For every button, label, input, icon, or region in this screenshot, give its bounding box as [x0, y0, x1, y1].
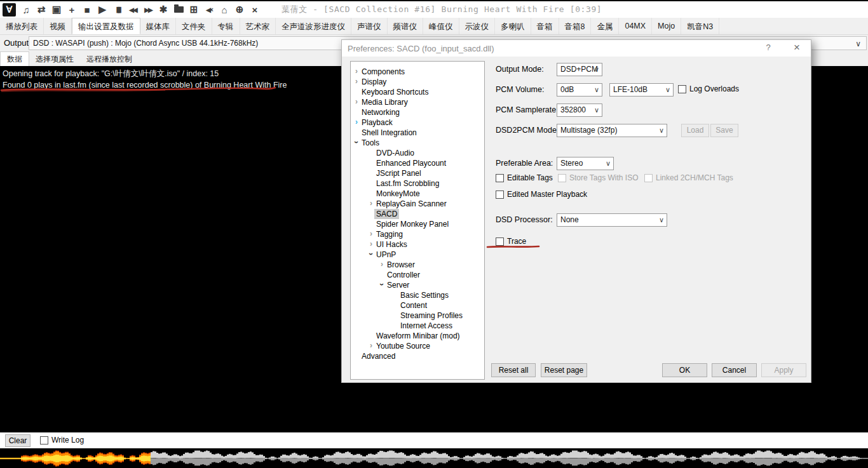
main-tab-19[interactable]: 凯音N3 [681, 18, 719, 34]
tree-item-display[interactable]: ›Display [351, 77, 484, 87]
reset-all-button[interactable]: Reset all [491, 363, 536, 377]
tree-item-youtube-source[interactable]: ›Youtube Source [351, 341, 484, 351]
tree-item-components[interactable]: ›Components [351, 67, 484, 77]
expand-arrow-icon[interactable]: › [368, 239, 374, 249]
console-tab-2[interactable]: 选择项属性 [29, 51, 80, 66]
tree-item-advanced[interactable]: Advanced [351, 351, 484, 361]
main-tab-12[interactable]: 示波仪 [459, 18, 496, 34]
main-tab-15[interactable]: 音箱8 [559, 18, 592, 34]
close-x-icon[interactable]: × [247, 3, 262, 17]
home-icon[interactable]: ⌂ [217, 3, 232, 17]
shuffle-icon[interactable]: ⇄ [34, 3, 49, 17]
checkbox-box[interactable] [496, 191, 504, 199]
checkbox-box[interactable] [40, 436, 48, 445]
tree-item-tools[interactable]: ›Tools [351, 138, 484, 148]
dialog-titlebar[interactable]: Preferences: SACD (foo_input_sacd.dll) ?… [342, 40, 811, 57]
tree-item-browser[interactable]: ›Browser [351, 260, 484, 270]
collapse-arrow-icon[interactable]: › [366, 251, 376, 257]
expand-arrow-icon[interactable]: › [379, 259, 385, 269]
main-tab-5[interactable]: 文件夹 [176, 18, 212, 34]
main-tab-4[interactable]: 媒体库 [140, 18, 177, 34]
log-overloads-checkbox[interactable]: Log Overloads [678, 84, 739, 93]
tree-item-upnp[interactable]: ›UPnP [351, 250, 484, 260]
tree-item-streaming-profiles[interactable]: Streaming Profiles [351, 311, 484, 321]
rewind-icon[interactable]: ◀◀ [125, 3, 140, 17]
reset-page-button[interactable]: Reset page [541, 363, 587, 377]
main-tab-7[interactable]: 艺术家 [240, 18, 276, 34]
checkbox-box[interactable] [496, 237, 504, 246]
main-tab-13[interactable]: 多喇叭 [495, 18, 531, 34]
cancel-button[interactable]: Cancel [712, 363, 757, 377]
main-tab-14[interactable]: 音箱 [531, 18, 559, 34]
tree-item-last-fm-scrobbling[interactable]: Last.fm Scrobbling [351, 178, 484, 189]
expand-arrow-icon[interactable]: › [353, 97, 360, 107]
expand-arrow-icon[interactable]: › [368, 340, 374, 351]
collapse-arrow-icon[interactable]: › [351, 139, 362, 145]
expand-arrow-icon[interactable]: › [368, 198, 374, 208]
pcm-volume-select[interactable]: 0dB∨ [557, 83, 602, 97]
tree-item-sacd[interactable]: SACD [351, 209, 484, 219]
main-tab-11[interactable]: 峰值仪 [423, 18, 459, 34]
checkbox-box[interactable] [678, 85, 686, 93]
tree-item-enhanced-playcount[interactable]: Enhanced Playcount [351, 158, 484, 168]
tree-item-spider-monkey-panel[interactable]: Spider Monkey Panel [351, 219, 484, 229]
collapse-arrow-icon[interactable]: › [377, 281, 387, 288]
preferable-area-select[interactable]: Stereo∨ [557, 157, 614, 170]
tree-item-content[interactable]: Content [351, 300, 484, 311]
tree-item-keyboard-shortcuts[interactable]: Keyboard Shortcuts [351, 87, 484, 97]
tree-item-ui-hacks[interactable]: ›UI Hacks [351, 239, 484, 250]
mute-speaker-icon[interactable]: ◀× [201, 3, 217, 17]
checkbox-box[interactable] [496, 174, 504, 182]
play-icon[interactable]: ▶ [95, 3, 110, 17]
save-disk-icon[interactable]: ▣ [49, 3, 64, 17]
fast-forward-icon[interactable]: ▶▶ [140, 3, 156, 17]
tree-item-media-library[interactable]: ›Media Library [351, 97, 484, 107]
edited-master-playback-checkbox[interactable]: Edited Master Playback [496, 190, 587, 199]
main-tab-1[interactable]: 播放列表 [0, 18, 44, 34]
console-tab-3[interactable]: 远程播放控制 [80, 51, 139, 66]
tree-item-basic-settings[interactable]: Basic Settings [351, 290, 484, 300]
console-tab-1[interactable]: 数据 [0, 51, 29, 66]
tree-item-jscript-panel[interactable]: JScript Panel [351, 168, 484, 178]
write-log-checkbox[interactable]: Write Log [40, 436, 84, 445]
clear-button[interactable]: Clear [5, 434, 31, 447]
output-mode-select[interactable]: DSD+PCM∨ [557, 63, 602, 76]
expand-arrow-icon[interactable]: › [353, 76, 360, 86]
tree-item-server[interactable]: ›Server [351, 280, 484, 290]
expand-arrow-icon[interactable]: › [368, 229, 374, 239]
globe-icon[interactable]: ⊕ [232, 3, 247, 17]
tree-item-tagging[interactable]: ›Tagging [351, 229, 484, 239]
tree-item-networking[interactable]: Networking [351, 107, 484, 117]
main-tab-6[interactable]: 专辑 [212, 18, 240, 34]
dsd-processor-select[interactable]: None∨ [557, 213, 667, 227]
add-icon[interactable]: + [64, 3, 79, 17]
waveform-seekbar[interactable] [0, 448, 868, 468]
tree-item-waveform-minibar-mod[interactable]: Waveform Minibar (mod) [351, 331, 484, 341]
tree-item-controller[interactable]: Controller [351, 270, 484, 280]
tree-item-internet-access[interactable]: Internet Access [351, 321, 484, 331]
expand-arrow-icon[interactable]: › [353, 66, 360, 76]
main-tab-10[interactable]: 频谱仪 [388, 18, 424, 34]
main-tab-9[interactable]: 声谱仪 [351, 18, 388, 34]
music-note-icon[interactable]: ♫ [18, 3, 34, 17]
foobar2000-logo-icon[interactable]: ∀ [3, 3, 16, 17]
main-tab-17[interactable]: 04MX [619, 18, 652, 34]
expand-arrow-icon[interactable]: › [353, 117, 360, 127]
stop-icon[interactable]: ■ [79, 3, 95, 17]
trace-checkbox[interactable]: Trace [496, 237, 526, 246]
editable-tags-checkbox[interactable]: Editable Tags [496, 173, 553, 182]
dsd2pcm-mode-select[interactable]: Multistage (32fp)∨ [557, 124, 667, 137]
main-tab-16[interactable]: 金属 [591, 18, 619, 34]
main-tab-3[interactable]: 输出设置及数据 [72, 18, 140, 34]
tree-item-dvd-audio[interactable]: DVD-Audio [351, 148, 484, 158]
settings-gear-icon[interactable]: ✱ [156, 3, 171, 17]
help-icon[interactable]: ? [758, 43, 778, 54]
pcm-samplerate-select[interactable]: 352800∨ [557, 104, 602, 117]
close-icon[interactable]: × [787, 41, 807, 54]
main-tab-8[interactable]: 全声道波形进度仪 [276, 18, 351, 34]
main-tab-2[interactable]: 视频 [44, 18, 72, 34]
folder-icon[interactable] [171, 3, 186, 17]
tree-item-monkeymote[interactable]: MonkeyMote [351, 189, 484, 199]
layout-grid-icon[interactable]: ⊞ [186, 3, 201, 17]
tree-item-playback[interactable]: ›Playback [351, 117, 484, 128]
